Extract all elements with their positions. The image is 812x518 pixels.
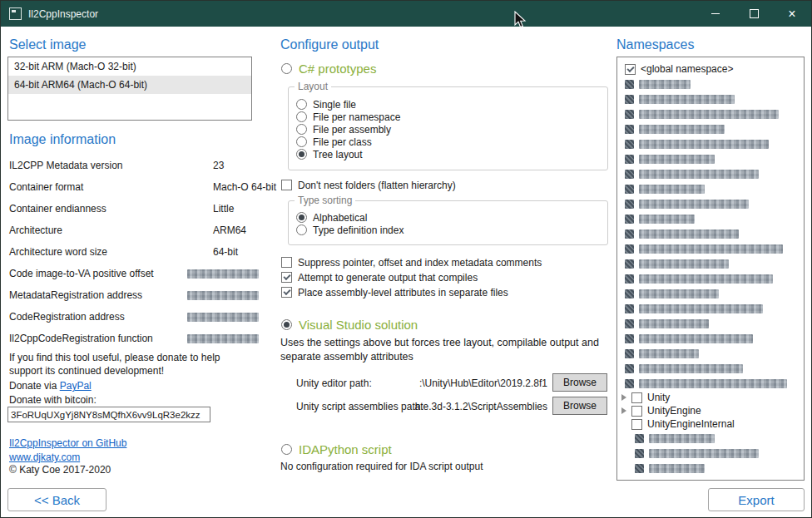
redacted-namespace-item[interactable]	[617, 106, 804, 121]
checkbox-icon[interactable]	[631, 419, 642, 430]
redacted-namespace-item[interactable]	[617, 271, 804, 286]
redacted-namespace-item[interactable]	[617, 136, 804, 151]
layout-option-file-per-namespace[interactable]: File per namespace	[296, 111, 607, 123]
namespaces-list[interactable]: <global namespace> Unity UnityEngine Uni…	[616, 57, 805, 481]
info-row: CodeRegistration address	[9, 306, 284, 328]
checkbox-icon[interactable]	[631, 406, 642, 417]
minimize-button[interactable]	[696, 1, 735, 27]
redacted-namespace-item[interactable]	[617, 121, 804, 136]
redacted-namespace-item[interactable]	[617, 196, 804, 211]
select-image-header: Select image	[9, 37, 87, 52]
radio-icon	[296, 124, 307, 135]
bitcoin-address-input[interactable]	[7, 407, 210, 422]
csharp-prototypes-radio[interactable]: C# prototypes	[281, 62, 376, 76]
compilable-output-checkbox[interactable]: Attempt to generate output that compiles	[281, 271, 478, 284]
redacted-namespace-item[interactable]	[617, 431, 804, 446]
checkbox-icon[interactable]	[631, 392, 642, 403]
redacted-namespace-item[interactable]	[617, 151, 804, 166]
redacted-label	[639, 95, 735, 104]
redacted-namespace-item[interactable]	[617, 446, 804, 461]
image-listbox: 32-bit ARM (Mach-O 32-bit) 64-bit ARM64 …	[7, 57, 252, 121]
namespace-label: UnityEngine	[647, 405, 701, 417]
redacted-namespace-item[interactable]	[617, 346, 804, 361]
redacted-checkbox	[625, 140, 634, 149]
donate-via-text: Donate via	[9, 380, 60, 392]
layout-option-tree-layout[interactable]: Tree layout	[296, 148, 607, 160]
redacted-label	[639, 304, 763, 313]
redacted-namespace-item[interactable]	[617, 301, 804, 316]
layout-option-file-per-class[interactable]: File per class	[296, 136, 607, 148]
type-sorting-definition-index[interactable]: Type definition index	[296, 224, 607, 236]
redacted-label	[639, 110, 779, 119]
redacted-value	[187, 269, 259, 279]
website-link[interactable]: www.djkaty.com	[9, 451, 80, 463]
redacted-label	[649, 434, 715, 443]
radio-icon	[281, 63, 292, 74]
donate-text: If you find this tool useful, please don…	[9, 351, 252, 377]
redacted-namespace-item[interactable]	[617, 376, 804, 391]
browse-script-button[interactable]: Browse	[552, 397, 607, 415]
titlebar[interactable]: Il2CppInspector ×	[1, 1, 811, 27]
paypal-link[interactable]: PayPal	[60, 380, 92, 392]
namespace-label: Unity	[647, 392, 670, 403]
visual-studio-solution-radio[interactable]: Visual Studio solution	[281, 318, 418, 332]
namespace-item-unity[interactable]: Unity	[617, 391, 804, 404]
close-icon: ×	[788, 7, 795, 21]
type-sorting-alphabetical[interactable]: Alphabetical	[296, 211, 607, 224]
redacted-label	[639, 334, 753, 343]
image-option[interactable]: 32-bit ARM (Mach-O 32-bit)	[8, 57, 251, 76]
layout-option-single-file[interactable]: Single file	[296, 98, 607, 111]
redacted-label	[639, 200, 749, 209]
namespace-item-global[interactable]: <global namespace>	[617, 62, 804, 76]
radio-icon	[296, 111, 307, 122]
app-window: Il2CppInspector × Select image 32-bit AR…	[0, 0, 812, 518]
redacted-namespace-item[interactable]	[617, 226, 804, 241]
radio-icon	[296, 136, 307, 147]
back-button[interactable]: << Back	[7, 488, 106, 511]
redacted-checkbox	[635, 434, 644, 443]
redacted-checkbox	[625, 244, 634, 254]
unity-editor-path-value[interactable]: :\Unity\Hub\Editor\2019.2.8f1	[359, 377, 547, 389]
redacted-namespace-item[interactable]	[617, 316, 804, 331]
redacted-label	[639, 379, 787, 388]
unity-script-path-value[interactable]: ate.3d-3.1.2\ScriptAssemblies	[359, 401, 547, 412]
redacted-namespace-item[interactable]	[617, 211, 804, 226]
idapython-script-radio[interactable]: IDAPython script	[281, 442, 392, 456]
checkbox-icon	[281, 180, 292, 190]
layout-option-file-per-assembly[interactable]: File per assembly	[296, 123, 607, 136]
checkbox-checked-icon[interactable]	[625, 64, 636, 75]
browse-editor-button[interactable]: Browse	[552, 373, 607, 392]
redacted-namespace-item[interactable]	[617, 166, 804, 181]
suppress-metadata-checkbox[interactable]: Suppress pointer, offset and index metad…	[281, 256, 542, 269]
redacted-value	[187, 291, 259, 300]
redacted-namespace-item[interactable]	[617, 331, 804, 346]
info-row: Code image-to-VA positive offset	[9, 263, 284, 284]
expander-icon[interactable]	[621, 407, 626, 414]
redacted-namespace-item[interactable]	[617, 256, 804, 271]
redacted-namespace-item[interactable]	[617, 91, 804, 106]
flatten-hierarchy-checkbox[interactable]: Don't nest folders (flatten hierarchy)	[281, 179, 456, 191]
expander-icon[interactable]	[621, 394, 626, 401]
namespace-item-unityengine[interactable]: UnityEngine	[617, 404, 804, 417]
redacted-checkbox	[625, 304, 634, 313]
layout-groupbox: Layout Single file File per namespace Fi…	[288, 86, 608, 170]
checkbox-checked-icon	[281, 272, 292, 283]
maximize-button[interactable]	[735, 1, 773, 27]
redacted-namespace-item[interactable]	[617, 181, 804, 196]
redacted-namespace-item[interactable]	[617, 76, 804, 91]
redacted-namespace-item[interactable]	[617, 461, 804, 476]
info-row: Il2CppCodeRegistration function	[9, 328, 284, 349]
namespace-item-unityengineinternal[interactable]: UnityEngineInternal	[617, 417, 804, 431]
radio-selected-icon	[296, 149, 307, 160]
github-link[interactable]: Il2CppInspector on GitHub	[9, 437, 126, 449]
redacted-namespace-item[interactable]	[617, 361, 804, 376]
redacted-namespace-item[interactable]	[617, 241, 804, 256]
redacted-checkbox	[625, 379, 634, 388]
redacted-namespace-item[interactable]	[617, 286, 804, 301]
redacted-label	[639, 125, 725, 134]
separate-attributes-checkbox[interactable]: Place assembly-level attributes in separ…	[281, 286, 508, 298]
image-option-selected[interactable]: 64-bit ARM64 (Mach-O 64-bit)	[8, 76, 251, 94]
redacted-checkbox	[625, 334, 634, 343]
export-button[interactable]: Export	[708, 488, 805, 511]
close-button[interactable]: ×	[773, 1, 811, 27]
